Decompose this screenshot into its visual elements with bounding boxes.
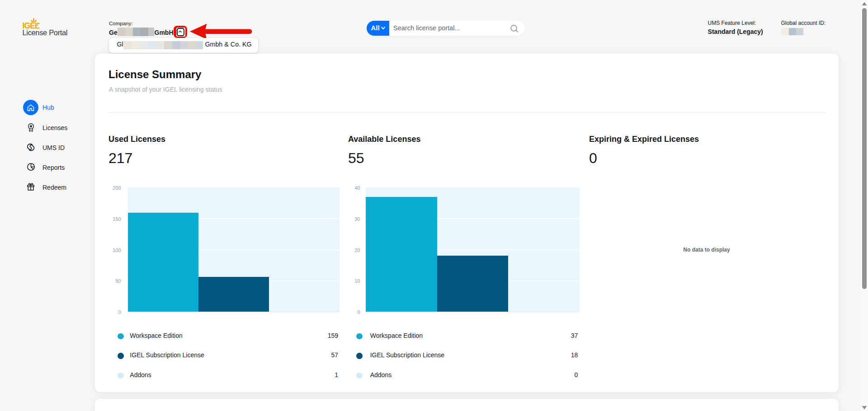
- svg-text:License Portal: License Portal: [23, 28, 68, 37]
